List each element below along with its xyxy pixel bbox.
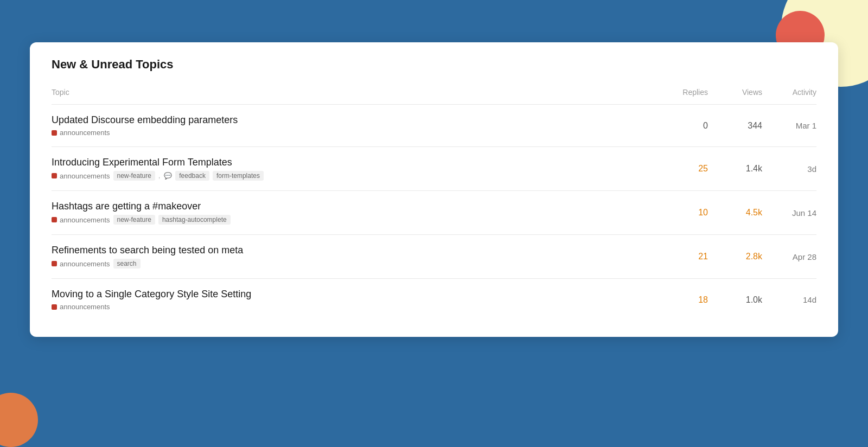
topic-tag[interactable]: new-feature <box>113 171 155 181</box>
category-tag[interactable]: announcements <box>52 260 110 268</box>
category-tag[interactable]: announcements <box>52 172 110 180</box>
category-dot <box>52 217 57 222</box>
views-count: 1.4k <box>708 147 762 191</box>
topic-cell: Hashtags are getting a #makeoverannounce… <box>52 191 654 235</box>
category-dot <box>52 130 57 136</box>
activity-date: Mar 1 <box>762 105 816 147</box>
col-header-views: Views <box>708 84 762 105</box>
topic-tags: announcements <box>52 303 654 311</box>
table-row: Introducing Experimental Form Templatesa… <box>52 147 816 191</box>
col-header-activity: Activity <box>762 84 816 105</box>
topic-cell: Refinements to search being tested on me… <box>52 235 654 279</box>
activity-date: Apr 28 <box>762 235 816 279</box>
topic-tags: announcementsnew-feature,💬feedbackform-t… <box>52 171 654 181</box>
col-header-topic: Topic <box>52 84 654 105</box>
col-header-replies: Replies <box>654 84 708 105</box>
topic-title[interactable]: Updated Discourse embedding parameters <box>52 114 654 126</box>
views-count: 1.0k <box>708 279 762 321</box>
table-row: Hashtags are getting a #makeoverannounce… <box>52 191 816 235</box>
topic-cell: Updated Discourse embedding parametersan… <box>52 105 654 147</box>
tag-comma: , <box>158 172 160 180</box>
category-dot <box>52 304 57 310</box>
category-tag[interactable]: announcements <box>52 129 110 137</box>
topic-tags: announcementsnew-featurehashtag-autocomp… <box>52 215 654 225</box>
speech-bubble-icon: 💬 <box>163 171 172 180</box>
topic-title[interactable]: Introducing Experimental Form Templates <box>52 157 654 168</box>
topic-tag[interactable]: new-feature <box>113 215 155 225</box>
table-body: Updated Discourse embedding parametersan… <box>52 105 816 321</box>
table-row: Refinements to search being tested on me… <box>52 235 816 279</box>
activity-date: 14d <box>762 279 816 321</box>
replies-count: 21 <box>654 235 708 279</box>
table-header: Topic Replies Views Activity <box>52 84 816 105</box>
table-row: Moving to a Single Category Style Site S… <box>52 279 816 321</box>
topic-tags: announcementssearch <box>52 259 654 269</box>
panel-title: New & Unread Topics <box>52 58 816 72</box>
replies-count: 0 <box>654 105 708 147</box>
topic-tag[interactable]: hashtag-autocomplete <box>158 215 231 225</box>
topic-title[interactable]: Refinements to search being tested on me… <box>52 245 654 256</box>
replies-count: 18 <box>654 279 708 321</box>
replies-count: 25 <box>654 147 708 191</box>
views-count: 2.8k <box>708 235 762 279</box>
activity-date: 3d <box>762 147 816 191</box>
category-tag[interactable]: announcements <box>52 216 110 224</box>
topics-panel: New & Unread Topics Topic Replies Views … <box>30 42 838 337</box>
topic-tag[interactable]: form-templates <box>213 171 264 181</box>
category-tag[interactable]: announcements <box>52 303 110 311</box>
views-count: 4.5k <box>708 191 762 235</box>
views-count: 344 <box>708 105 762 147</box>
category-dot <box>52 173 57 178</box>
topic-cell: Moving to a Single Category Style Site S… <box>52 279 654 321</box>
circle-orange <box>0 393 38 447</box>
topic-title[interactable]: Hashtags are getting a #makeover <box>52 201 654 212</box>
table-row: Updated Discourse embedding parametersan… <box>52 105 816 147</box>
activity-date: Jun 14 <box>762 191 816 235</box>
topic-tags: announcements <box>52 129 654 137</box>
topic-tag[interactable]: search <box>113 259 141 269</box>
topics-table: Topic Replies Views Activity Updated Dis… <box>52 84 816 321</box>
topic-cell: Introducing Experimental Form Templatesa… <box>52 147 654 191</box>
replies-count: 10 <box>654 191 708 235</box>
topic-tag[interactable]: feedback <box>175 171 209 181</box>
topic-title[interactable]: Moving to a Single Category Style Site S… <box>52 289 654 300</box>
category-dot <box>52 261 57 266</box>
